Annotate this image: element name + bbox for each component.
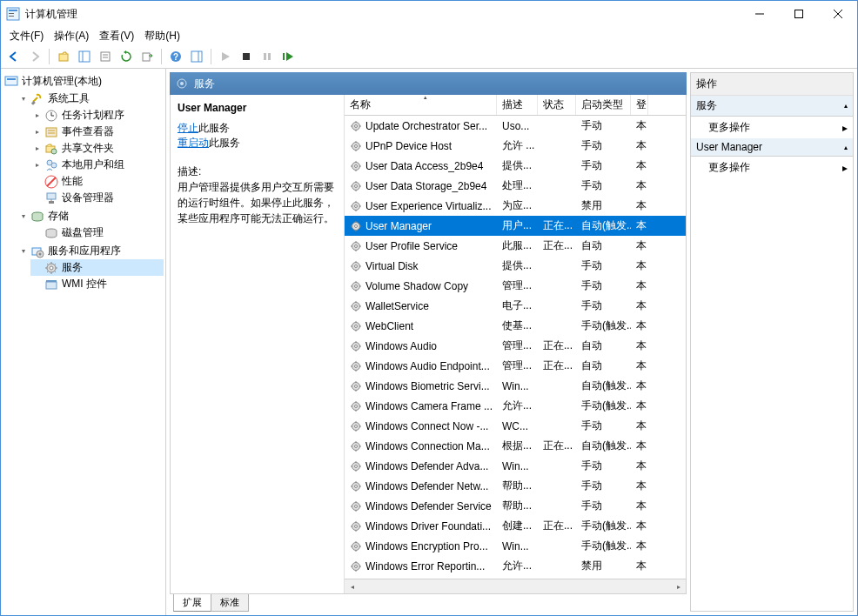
service-row[interactable]: WalletService电子...手动本 (345, 296, 686, 316)
content-area: 计算机管理(本地) ▾ 系统工具 ▸任务计划程序▸事件查看器▸共享文件夹▸本地用… (1, 69, 857, 615)
service-row[interactable]: Virtual Disk提供...手动本 (345, 256, 686, 276)
service-row[interactable]: Update Orchestrator Ser...Uso...手动本 (345, 116, 686, 136)
service-row[interactable]: Windows Connect Now -...WC...手动本 (345, 416, 686, 436)
services-apps-icon (30, 244, 44, 258)
minimize-button[interactable] (740, 1, 779, 27)
service-row[interactable]: UPnP Device Host允许 ...手动本 (345, 136, 686, 156)
expand-arrow-icon[interactable]: ▾ (18, 246, 29, 257)
service-row[interactable]: User Profile Service此服...正在...自动本 (345, 236, 686, 256)
col-logon[interactable]: 登 (631, 95, 648, 115)
expand-arrow-icon[interactable]: ▸ (32, 160, 43, 171)
service-row[interactable]: WebClient使基...手动(触发...本 (345, 316, 686, 336)
service-row[interactable]: Windows Defender Service帮助...手动本 (345, 496, 686, 516)
service-row[interactable]: User Manager用户...正在...自动(触发...本 (345, 216, 686, 236)
gear-icon (350, 340, 362, 352)
start-service-button[interactable] (216, 47, 235, 66)
tree-item[interactable]: ▸本地用户和组 (30, 157, 164, 173)
tab-extended[interactable]: 扩展 (173, 594, 211, 612)
scroll-left-icon[interactable]: ◂ (345, 579, 359, 593)
stop-service-link[interactable]: 停止 (178, 122, 198, 134)
col-desc[interactable]: 描述 (497, 95, 538, 115)
tab-standard[interactable]: 标准 (211, 594, 249, 612)
menu-action[interactable]: 操作(A) (49, 27, 94, 45)
service-row[interactable]: User Data Storage_2b9e4处理...手动本 (345, 176, 686, 196)
tree-root[interactable]: 计算机管理(本地) (3, 73, 164, 90)
stop-service-button[interactable] (237, 47, 256, 66)
back-button[interactable] (4, 47, 23, 66)
expand-arrow-icon[interactable]: ▾ (18, 94, 29, 104)
pause-service-button[interactable] (258, 47, 277, 66)
gear-icon (350, 120, 362, 132)
export-button[interactable] (137, 47, 157, 66)
restart-service-link[interactable]: 重启动 (178, 137, 209, 149)
service-row[interactable]: Windows Audio Endpoint...管理...正在...自动本 (345, 356, 686, 376)
expand-arrow-icon[interactable]: ▸ (32, 144, 43, 154)
tree-item[interactable]: ▸性能 (30, 173, 164, 190)
tree-item[interactable]: 磁盘管理 (30, 224, 164, 241)
svg-rect-2 (9, 13, 14, 14)
expand-arrow-icon[interactable]: ▾ (18, 211, 29, 222)
svg-point-91 (355, 505, 358, 507)
forward-button[interactable] (25, 47, 44, 66)
menu-view[interactable]: 查看(V) (94, 27, 139, 45)
horizontal-scrollbar[interactable]: ◂ ▸ (345, 579, 686, 593)
collapse-arrow-icon: ▴ (844, 144, 848, 151)
expand-arrow-icon[interactable]: ▸ (32, 127, 43, 137)
tree-item[interactable]: ▸任务计划程序 (30, 107, 164, 124)
actions-more-2[interactable]: 更多操作 ▸ (691, 157, 853, 178)
maximize-button[interactable] (779, 1, 818, 27)
gear-icon (350, 440, 362, 452)
svg-rect-24 (7, 78, 16, 80)
help-button[interactable]: ? (166, 47, 185, 66)
col-name[interactable]: 名称▴ (345, 95, 497, 115)
gear-icon (350, 180, 362, 192)
service-row[interactable]: Volume Shadow Copy管理...手动本 (345, 276, 686, 296)
properties-button[interactable] (96, 47, 115, 66)
menu-help[interactable]: 帮助(H) (139, 27, 185, 45)
tree-item[interactable]: ▸共享文件夹 (30, 140, 164, 157)
actions-more-1[interactable]: 更多操作 ▸ (691, 117, 853, 138)
service-row[interactable]: Windows Camera Frame ...允许...手动(触发...本 (345, 396, 686, 416)
tree-wmi[interactable]: WMI 控件 (30, 276, 164, 292)
tree-services[interactable]: 服务 (30, 259, 164, 276)
col-startup[interactable]: 启动类型 (576, 95, 631, 115)
tabs-bar: 扩展 标准 (170, 594, 687, 612)
service-row[interactable]: Windows Defender Adva...Win...手动本 (345, 456, 686, 476)
refresh-button[interactable] (117, 47, 136, 66)
actions-section-services[interactable]: 服务 ▴ (691, 96, 853, 117)
svg-rect-20 (264, 53, 266, 60)
expand-arrow-icon[interactable]: ▸ (32, 110, 43, 121)
service-row[interactable]: Windows Error Reportin...允许...禁用本 (345, 556, 686, 576)
svg-point-83 (355, 425, 358, 427)
col-status[interactable]: 状态 (538, 95, 576, 115)
service-row[interactable]: Windows Driver Foundati...创建...正在...手动(触… (345, 516, 686, 536)
svg-line-37 (47, 177, 56, 186)
tree-services-apps[interactable]: ▾ 服务和应用程序 (17, 243, 164, 259)
service-row[interactable]: Windows Biometric Servi...Win...自动(触发...… (345, 376, 686, 396)
svg-point-33 (51, 149, 57, 154)
action-pane-button[interactable] (187, 47, 206, 66)
menu-file[interactable]: 文件(F) (4, 27, 49, 45)
service-row[interactable]: User Experience Virtualiz...为应...禁用本 (345, 196, 686, 216)
service-row[interactable]: User Data Access_2b9e4提供...手动本 (345, 156, 686, 176)
up-button[interactable] (54, 47, 73, 66)
actions-section-selection[interactable]: User Manager ▴ (691, 138, 853, 157)
gear-icon (350, 540, 362, 552)
scroll-right-icon[interactable]: ▸ (671, 579, 686, 593)
service-row[interactable]: Windows Defender Netw...帮助...手动本 (345, 476, 686, 496)
svg-rect-5 (794, 10, 802, 18)
service-row[interactable]: Windows Connection Ma...根据...正在...自动(触发.… (345, 436, 686, 456)
restart-service-button[interactable] (278, 47, 298, 66)
service-row[interactable]: Windows Encryption Pro...Win...手动(触发...本 (345, 536, 686, 556)
svg-rect-11 (101, 52, 110, 61)
service-row[interactable]: Windows Audio管理...正在...自动本 (345, 336, 686, 356)
list-body[interactable]: Update Orchestrator Ser...Uso...手动本UPnP … (345, 116, 686, 579)
tree-pane[interactable]: 计算机管理(本地) ▾ 系统工具 ▸任务计划程序▸事件查看器▸共享文件夹▸本地用… (1, 69, 166, 615)
tree-item[interactable]: ▸设备管理器 (30, 190, 164, 206)
show-hide-tree-button[interactable] (75, 47, 94, 66)
center-header: 服务 (170, 72, 687, 95)
close-button[interactable] (818, 1, 857, 27)
tree-system-tools[interactable]: ▾ 系统工具 (17, 90, 164, 107)
tree-item[interactable]: ▸事件查看器 (30, 124, 164, 140)
tree-storage[interactable]: ▾ 存储 (17, 208, 164, 224)
